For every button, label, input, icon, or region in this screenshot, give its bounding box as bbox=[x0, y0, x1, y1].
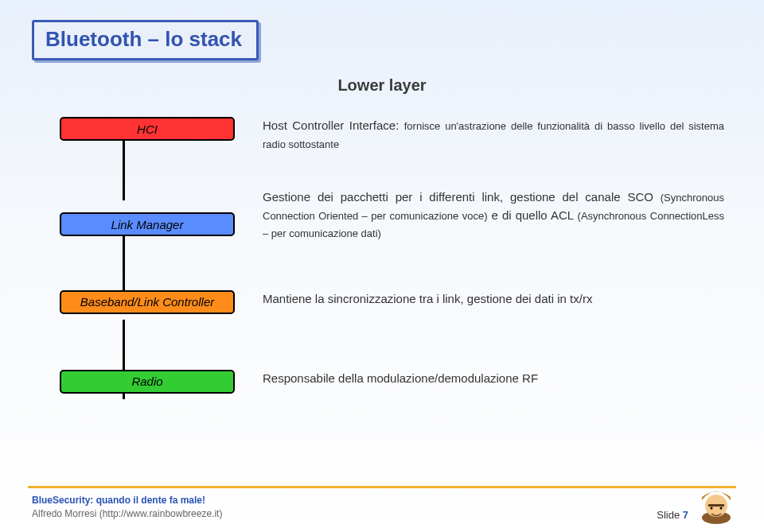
svg-point-3 bbox=[711, 507, 713, 510]
block-link-manager: Link Manager bbox=[60, 212, 235, 236]
desc-baseband: Mantiene la sincronizzazione tra i link,… bbox=[239, 290, 724, 314]
subtitle: Lower layer bbox=[32, 76, 732, 95]
slide-number: Slide 7 bbox=[657, 509, 688, 521]
svg-point-4 bbox=[720, 507, 723, 510]
desc-link-manager: Gestione dei pacchetti per i differenti … bbox=[239, 188, 724, 243]
slide-title: Bluetooth – lo stack bbox=[45, 27, 242, 51]
footer-author: Alfredo Morresi (http://www.rainbowbreez… bbox=[32, 507, 222, 521]
desc-hci: Host Controller Interface: fornisce un'a… bbox=[239, 117, 724, 153]
block-hci: HCI bbox=[60, 117, 235, 141]
svg-rect-2 bbox=[708, 504, 724, 507]
stack-diagram: HCI Host Controller Interface: fornisce … bbox=[32, 117, 732, 394]
desc-radio: Responsabile della modulazione/demodulaz… bbox=[239, 370, 724, 394]
block-baseband: Baseband/Link Controller bbox=[60, 290, 235, 314]
footer-divider bbox=[28, 486, 736, 488]
title-box: Bluetooth – lo stack bbox=[32, 20, 259, 60]
footer-title: BlueSecurity: quando il dente fa male! bbox=[32, 494, 222, 507]
footer: BlueSecurity: quando il dente fa male! A… bbox=[32, 494, 732, 521]
avatar-icon bbox=[692, 478, 740, 526]
block-radio: Radio bbox=[60, 370, 235, 394]
